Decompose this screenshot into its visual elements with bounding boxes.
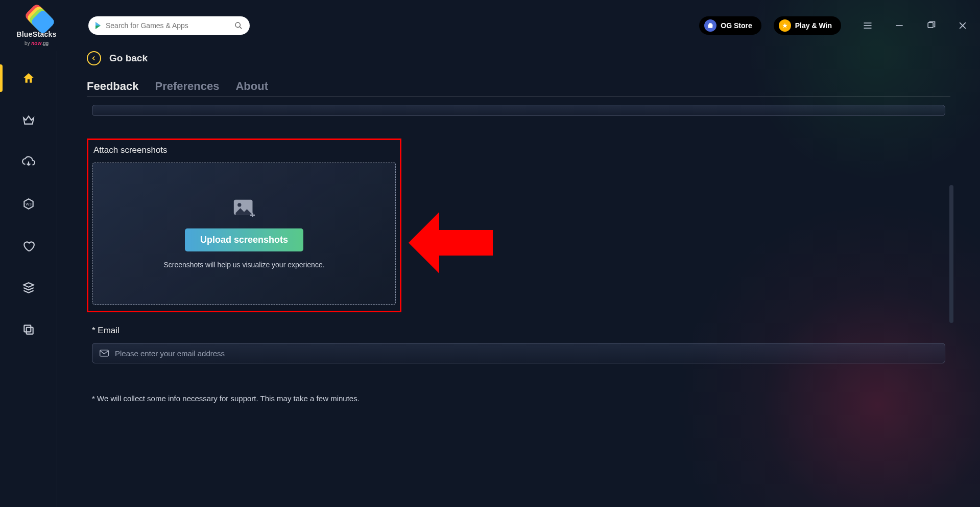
search-icon [234,21,243,30]
svg-point-0 [235,22,240,27]
sidebar-item-multi-instance[interactable] [22,323,35,336]
og-store-button[interactable]: OG Store [699,16,761,35]
play-and-win-button[interactable]: Play & Win [774,16,841,35]
search-input[interactable] [106,21,229,30]
brand-block: BlueStacks by now.gg [12,6,61,46]
svg-rect-11 [26,328,33,334]
svg-text:W3: W3 [26,202,31,206]
play-and-win-label: Play & Win [795,21,832,30]
og-store-label: OG Store [721,21,752,30]
feedback-form: Attach screenshots Upload screenshots Sc… [87,101,950,403]
email-icon [100,350,109,357]
bluestacks-logo-icon [26,6,48,28]
support-disclaimer: * We will collect some info necessary fo… [92,394,950,403]
top-bar: BlueStacks by now.gg OG Store Play & Win [0,0,980,51]
attach-screenshots-section-highlight: Attach screenshots Upload screenshots Sc… [87,139,401,312]
tab-feedback[interactable]: Feedback [87,80,139,93]
play-and-win-icon [779,19,791,32]
svg-rect-6 [928,22,933,28]
go-back-label: Go back [109,53,148,64]
sidebar-item-favorites[interactable] [22,239,35,252]
brand-name: BlueStacks [16,30,56,38]
image-add-icon [233,199,255,219]
go-back-button[interactable]: Go back [87,51,950,65]
sidebar-item-premium[interactable] [22,113,35,127]
window-close-button[interactable] [958,20,968,31]
hamburger-menu-icon[interactable] [863,20,873,31]
google-play-icon [95,22,101,29]
svg-rect-10 [24,325,31,332]
og-store-icon [704,19,716,32]
previous-field-bottom-edge[interactable] [92,105,945,116]
window-maximize-button[interactable] [926,20,936,31]
upload-hint: Screenshots will help us visualize your … [163,261,324,269]
brand-byline: by now.gg [25,40,49,46]
back-arrow-icon [87,51,101,65]
scrollbar-thumb[interactable] [949,185,953,323]
screenshot-dropzone[interactable]: Upload screenshots Screenshots will help… [92,163,396,305]
sidebar-item-cloud-download[interactable] [22,155,35,169]
sidebar-item-web3[interactable]: W3 [22,197,35,211]
sidebar-item-home[interactable] [22,72,35,85]
attach-screenshots-label: Attach screenshots [93,145,396,155]
sidebar-item-library[interactable] [22,281,35,294]
email-input-container[interactable] [92,343,945,363]
window-minimize-button[interactable] [894,20,904,31]
svg-rect-16 [100,350,109,356]
email-field-label: * Email [92,326,950,336]
sidebar: W3 [0,51,57,507]
search-bar[interactable] [88,16,250,35]
settings-tabs: Feedback Preferences About [87,80,950,97]
upload-screenshots-button[interactable]: Upload screenshots [185,228,303,251]
tab-about[interactable]: About [235,80,268,93]
svg-line-1 [240,27,242,29]
tab-preferences[interactable]: Preferences [155,80,220,93]
email-input[interactable] [115,349,938,358]
main-content: Go back Feedback Preferences About Attac… [57,46,980,507]
svg-point-13 [237,203,241,206]
